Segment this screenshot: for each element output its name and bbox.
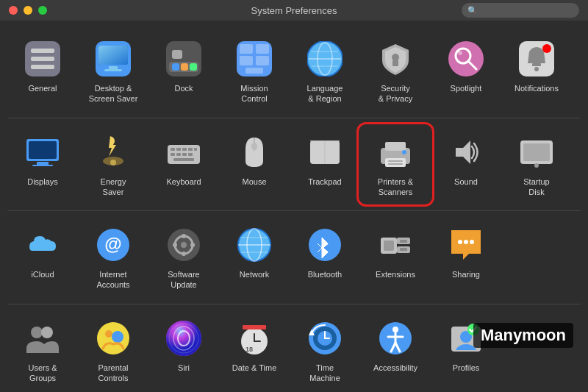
- svg-point-73: [182, 234, 186, 238]
- svg-rect-16: [240, 44, 253, 54]
- energy-label: EnergySaver: [101, 177, 126, 198]
- preferences-grid: General Desktop &Screen Saver: [0, 21, 588, 392]
- parental-label: ParentalControls: [98, 363, 129, 384]
- pref-language[interactable]: Language& Region: [290, 32, 360, 110]
- svg-point-100: [105, 330, 112, 338]
- pref-energy[interactable]: EnergySaver: [78, 126, 148, 204]
- spotlight-label: Spotlight: [451, 83, 482, 93]
- minimize-button[interactable]: [24, 6, 32, 15]
- sharing-icon: [445, 224, 487, 266]
- pref-mouse[interactable]: Mouse: [219, 126, 290, 193]
- mouse-label: Mouse: [242, 177, 266, 187]
- dock-label: Dock: [174, 83, 193, 93]
- pref-extensions[interactable]: Extensions: [360, 218, 431, 285]
- internet-label: InternetAccounts: [96, 269, 129, 291]
- pref-icloud[interactable]: iCloud: [7, 218, 78, 285]
- pref-datetime[interactable]: 18 Date & Time: [219, 312, 290, 379]
- search-icon: 🔍: [467, 6, 478, 15]
- svg-rect-17: [256, 44, 269, 54]
- svg-point-103: [166, 321, 201, 356]
- close-button[interactable]: [9, 6, 18, 15]
- svg-rect-90: [400, 240, 407, 243]
- pref-startup[interactable]: StartupDisk: [501, 126, 572, 204]
- svg-point-76: [190, 243, 195, 247]
- svg-rect-50: [176, 153, 181, 156]
- pref-desktop[interactable]: Desktop &Screen Saver: [78, 32, 148, 110]
- svg-point-75: [173, 243, 177, 247]
- network-icon: [234, 224, 275, 266]
- pref-general[interactable]: General: [7, 32, 78, 99]
- bluetooth-icon: [304, 224, 345, 266]
- pref-accessibility[interactable]: Accessibility: [360, 312, 431, 379]
- svg-rect-63: [388, 163, 403, 165]
- pref-displays[interactable]: Displays: [7, 126, 78, 193]
- svg-rect-46: [182, 148, 187, 151]
- accessibility-icon: [375, 318, 416, 359]
- svg-rect-8: [104, 69, 122, 71]
- software-icon: [163, 224, 204, 266]
- svg-rect-47: [188, 148, 193, 151]
- svg-rect-39: [37, 162, 49, 165]
- pref-software[interactable]: SoftwareUpdate: [148, 218, 219, 296]
- pref-mission[interactable]: MissionControl: [219, 32, 290, 110]
- svg-rect-48: [194, 148, 197, 151]
- printers-label: Printers &Scanners: [378, 177, 413, 198]
- icloud-label: iCloud: [31, 269, 54, 279]
- users-icon: [22, 318, 63, 359]
- sharing-label: Sharing: [452, 269, 480, 279]
- notifications-icon: [516, 38, 557, 79]
- svg-point-97: [31, 327, 43, 338]
- pref-timemachine[interactable]: TimeMachine: [290, 312, 360, 390]
- svg-text:18: 18: [245, 346, 253, 353]
- svg-rect-38: [29, 141, 57, 159]
- pref-spotlight[interactable]: Spotlight: [431, 32, 501, 99]
- svg-rect-91: [400, 248, 407, 251]
- accessibility-label: Accessibility: [373, 363, 417, 373]
- pref-bluetooth[interactable]: Bluetooth: [290, 218, 360, 285]
- pref-users[interactable]: Users &Groups: [7, 312, 78, 390]
- svg-point-36: [542, 44, 551, 53]
- svg-point-98: [41, 327, 53, 338]
- language-icon: [304, 38, 345, 79]
- window-title: System Preferences: [251, 5, 337, 16]
- search-bar[interactable]: 🔍: [462, 3, 579, 18]
- svg-rect-51: [182, 153, 187, 156]
- svg-rect-18: [240, 56, 253, 65]
- pref-profiles[interactable]: Profiles: [431, 312, 501, 379]
- pref-dock[interactable]: Dock: [148, 32, 219, 99]
- trackpad-icon: [304, 132, 345, 173]
- mission-icon: [234, 38, 275, 79]
- software-label: SoftwareUpdate: [168, 269, 199, 291]
- desktop-label: Desktop &Screen Saver: [89, 83, 138, 104]
- pref-internet[interactable]: @ InternetAccounts: [78, 218, 148, 296]
- svg-rect-92: [384, 240, 394, 251]
- pref-sharing[interactable]: Sharing: [431, 218, 501, 285]
- pref-trackpad[interactable]: Trackpad: [290, 126, 360, 193]
- svg-rect-61: [385, 158, 406, 167]
- pref-sound[interactable]: Sound: [431, 126, 501, 193]
- svg-rect-66: [523, 143, 550, 161]
- general-label: General: [28, 83, 57, 93]
- pref-notifications[interactable]: Notifications: [501, 32, 572, 99]
- sound-icon: [445, 132, 487, 173]
- svg-rect-52: [188, 153, 193, 156]
- svg-point-29: [448, 41, 484, 76]
- pref-printers[interactable]: Printers &Scanners: [360, 126, 431, 204]
- profiles-icon: [445, 318, 487, 359]
- displays-label: Displays: [27, 177, 58, 187]
- users-label: Users &Groups: [28, 363, 57, 384]
- maximize-button[interactable]: [38, 6, 47, 15]
- extensions-icon: [375, 224, 416, 266]
- svg-rect-34: [532, 63, 541, 66]
- trackpad-label: Trackpad: [308, 177, 341, 187]
- pref-keyboard[interactable]: Keyboard: [148, 126, 219, 193]
- pref-parental[interactable]: ParentalControls: [78, 312, 148, 390]
- svg-point-77: [181, 242, 187, 248]
- svg-point-74: [182, 252, 186, 256]
- dock-icon: [163, 38, 204, 79]
- pref-network[interactable]: Network: [219, 218, 290, 285]
- timemachine-label: TimeMachine: [309, 363, 340, 384]
- svg-rect-53: [173, 158, 194, 161]
- pref-siri[interactable]: Siri: [148, 312, 219, 379]
- pref-security[interactable]: Security& Privacy: [360, 32, 431, 110]
